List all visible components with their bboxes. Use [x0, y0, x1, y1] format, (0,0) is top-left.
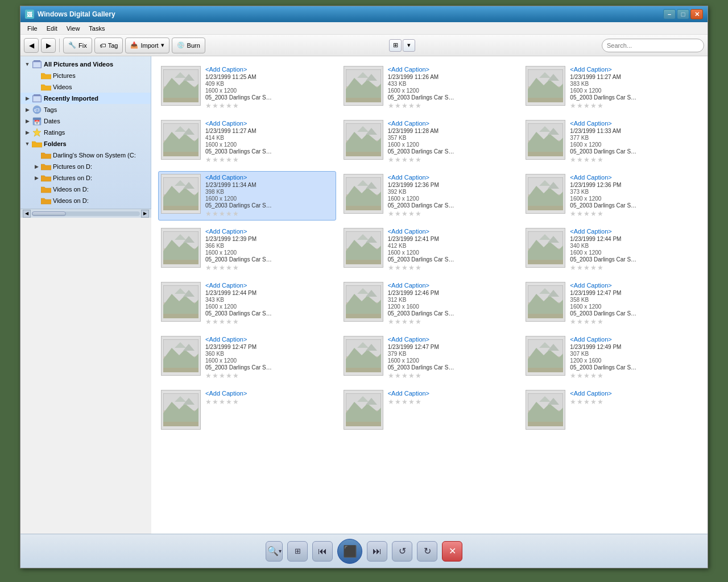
photo-cell[interactable]: <Add Caption>★★★★★: [158, 387, 336, 433]
star[interactable]: ★: [388, 318, 394, 326]
star-rating[interactable]: ★★★★★: [205, 318, 333, 326]
star[interactable]: ★: [408, 102, 415, 110]
star[interactable]: ★: [597, 156, 603, 164]
photo-cell[interactable]: <Add Caption>1/23/1999 12:44 PM343 KB160…: [158, 279, 336, 329]
star[interactable]: ★: [570, 372, 576, 380]
star[interactable]: ★: [402, 318, 408, 326]
scroll-thumb[interactable]: [32, 211, 66, 216]
next-button[interactable]: ⏭: [367, 541, 387, 562]
star[interactable]: ★: [233, 210, 239, 218]
star[interactable]: ★: [597, 210, 603, 218]
star[interactable]: ★: [402, 210, 408, 218]
star-rating[interactable]: ★★★★★: [388, 372, 516, 380]
content-area[interactable]: <Add Caption>1/23/1999 11:25 AM409 KB160…: [151, 56, 708, 534]
star[interactable]: ★: [205, 156, 212, 164]
star[interactable]: ★: [233, 398, 239, 406]
sidebar-item-folders[interactable]: ▼ Folders: [20, 138, 151, 149]
star[interactable]: ★: [577, 372, 583, 380]
menu-file[interactable]: File: [23, 24, 42, 33]
star-rating[interactable]: ★★★★★: [388, 102, 516, 110]
star[interactable]: ★: [570, 210, 576, 218]
star[interactable]: ★: [212, 156, 218, 164]
fix-button[interactable]: 🔧 Fix: [63, 38, 92, 53]
star[interactable]: ★: [226, 264, 232, 272]
star[interactable]: ★: [408, 264, 415, 272]
tag-button[interactable]: 🏷 Tag: [94, 38, 123, 53]
photo-cell[interactable]: <Add Caption>1/23/1999 11:34 AM398 KB160…: [158, 171, 336, 221]
star[interactable]: ★: [597, 372, 603, 380]
star[interactable]: ★: [577, 156, 583, 164]
star[interactable]: ★: [226, 398, 232, 406]
star[interactable]: ★: [402, 102, 408, 110]
photo-cell[interactable]: <Add Caption>1/23/1999 12:44 PM340 KB160…: [523, 225, 701, 275]
toggle-pics-d-1[interactable]: ▶: [32, 162, 41, 171]
sidebar-item-all-pictures[interactable]: ▼ All Pictures and Videos: [20, 59, 151, 70]
toggle-ratings[interactable]: ▶: [23, 128, 32, 137]
star[interactable]: ★: [408, 210, 415, 218]
sidebar-item-vids-d-1[interactable]: Videos on D:: [20, 184, 151, 195]
star[interactable]: ★: [597, 398, 603, 406]
star[interactable]: ★: [233, 318, 239, 326]
sidebar-item-tags[interactable]: ▶ 🏷 Tags: [20, 104, 151, 115]
photo-cell[interactable]: <Add Caption>1/23/1999 12:36 PM373 KB160…: [523, 171, 701, 221]
star[interactable]: ★: [388, 372, 394, 380]
photo-cell[interactable]: <Add Caption>1/23/1999 12:46 PM312 KB120…: [341, 279, 519, 329]
photo-cell[interactable]: <Add Caption>1/23/1999 12:47 PM358 KB160…: [523, 279, 701, 329]
star[interactable]: ★: [233, 372, 239, 380]
star-rating[interactable]: ★★★★★: [570, 318, 698, 326]
star-rating[interactable]: ★★★★★: [205, 102, 333, 110]
star-rating[interactable]: ★★★★★: [205, 210, 333, 218]
star[interactable]: ★: [395, 210, 401, 218]
star[interactable]: ★: [415, 398, 421, 406]
star[interactable]: ★: [584, 210, 590, 218]
star[interactable]: ★: [212, 372, 218, 380]
star[interactable]: ★: [226, 372, 232, 380]
sidebar-item-pics-d-2[interactable]: ▶ Pictures on D:: [20, 172, 151, 184]
star[interactable]: ★: [577, 318, 583, 326]
star[interactable]: ★: [590, 398, 597, 406]
star-rating[interactable]: ★★★★★: [570, 372, 698, 380]
star[interactable]: ★: [219, 102, 225, 110]
star-rating[interactable]: ★★★★★: [388, 318, 516, 326]
star[interactable]: ★: [570, 156, 576, 164]
star[interactable]: ★: [395, 156, 401, 164]
star[interactable]: ★: [584, 372, 590, 380]
star[interactable]: ★: [205, 398, 212, 406]
sidebar-item-pics-d-1[interactable]: ▶ Pictures on D:: [20, 161, 151, 172]
star-rating[interactable]: ★★★★★: [570, 156, 698, 164]
photo-cell[interactable]: <Add Caption>1/23/1999 11:25 AM409 KB160…: [158, 63, 336, 113]
star[interactable]: ★: [388, 156, 394, 164]
star[interactable]: ★: [212, 264, 218, 272]
star[interactable]: ★: [584, 156, 590, 164]
star[interactable]: ★: [408, 398, 415, 406]
menu-edit[interactable]: Edit: [42, 24, 62, 33]
photo-cell[interactable]: <Add Caption>1/23/1999 11:27 AM414 KB160…: [158, 117, 336, 167]
star[interactable]: ★: [415, 156, 421, 164]
star[interactable]: ★: [402, 264, 408, 272]
star[interactable]: ★: [570, 264, 576, 272]
star[interactable]: ★: [395, 398, 401, 406]
star[interactable]: ★: [219, 398, 225, 406]
minimize-button[interactable]: –: [663, 9, 676, 19]
star[interactable]: ★: [577, 102, 583, 110]
star-rating[interactable]: ★★★★★: [570, 210, 698, 218]
import-button[interactable]: 📥 Import ▾: [125, 38, 169, 53]
star[interactable]: ★: [219, 372, 225, 380]
toggle-dates[interactable]: ▶: [23, 117, 32, 126]
star[interactable]: ★: [395, 264, 401, 272]
scroll-right-arrow[interactable]: ▶: [141, 210, 149, 218]
star[interactable]: ★: [590, 318, 597, 326]
star[interactable]: ★: [590, 264, 597, 272]
star[interactable]: ★: [219, 156, 225, 164]
view-dropdown-button[interactable]: ▾: [403, 39, 415, 52]
star[interactable]: ★: [233, 156, 239, 164]
star-rating[interactable]: ★★★★★: [570, 102, 698, 110]
maximize-button[interactable]: □: [677, 9, 689, 19]
photo-cell[interactable]: <Add Caption>1/23/1999 11:26 AM433 KB160…: [341, 63, 519, 113]
toggle-recently-imported[interactable]: ▶: [23, 94, 32, 103]
burn-button[interactable]: 💿 Burn: [172, 38, 205, 53]
scroll-track[interactable]: [32, 211, 140, 216]
star[interactable]: ★: [408, 318, 415, 326]
menu-view[interactable]: View: [62, 24, 85, 33]
star[interactable]: ★: [212, 102, 218, 110]
